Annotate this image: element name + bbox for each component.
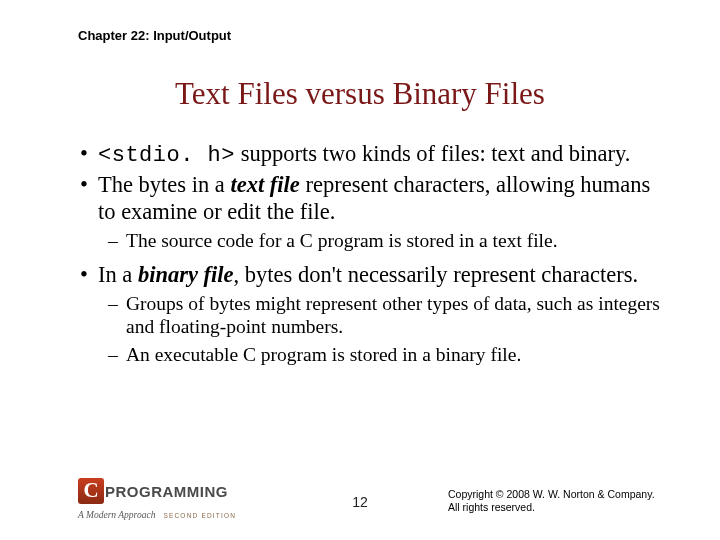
dash-icon: – [108, 343, 126, 366]
chapter-label: Chapter 22: Input/Output [78, 28, 231, 43]
subbullet-3: –An executable C program is stored in a … [80, 343, 660, 366]
bullet-3-pre: In a [98, 262, 138, 287]
bullet-3: •In a binary file, bytes don't necessari… [80, 261, 660, 288]
bullet-dot-icon: • [80, 171, 98, 198]
bullet-1: •<stdio. h> supports two kinds of files:… [80, 140, 660, 169]
bullet-2: •The bytes in a text file represent char… [80, 171, 660, 225]
dash-icon: – [108, 292, 126, 315]
bullet-3-em: binary file [138, 262, 234, 287]
subbullet-2-text: Groups of bytes might represent other ty… [126, 293, 660, 337]
subbullet-2: –Groups of bytes might represent other t… [80, 292, 660, 339]
subbullet-3-text: An executable C program is stored in a b… [126, 344, 521, 365]
logo-subtitle: A Modern Approach [78, 510, 155, 520]
copyright-line1: Copyright © 2008 W. W. Norton & Company. [448, 488, 658, 501]
dash-icon: – [108, 229, 126, 252]
bullet-dot-icon: • [80, 140, 98, 167]
logo-edition: SECOND EDITION [163, 512, 236, 519]
subbullet-1-text: The source code for a C program is store… [126, 230, 558, 251]
bullet-2-pre: The bytes in a [98, 172, 230, 197]
bullet-2-em: text file [230, 172, 299, 197]
slide-title: Text Files versus Binary Files [0, 76, 720, 112]
bullet-dot-icon: • [80, 261, 98, 288]
bullet-1-text: supports two kinds of files: text and bi… [235, 141, 630, 166]
code-stdio: <stdio. h> [98, 143, 235, 168]
slide-body: •<stdio. h> supports two kinds of files:… [80, 140, 660, 370]
subbullet-1: –The source code for a C program is stor… [80, 229, 660, 252]
copyright: Copyright © 2008 W. W. Norton & Company.… [448, 488, 658, 514]
bullet-3-post: , bytes don't necessarily represent char… [234, 262, 639, 287]
copyright-line2: All rights reserved. [448, 501, 658, 514]
